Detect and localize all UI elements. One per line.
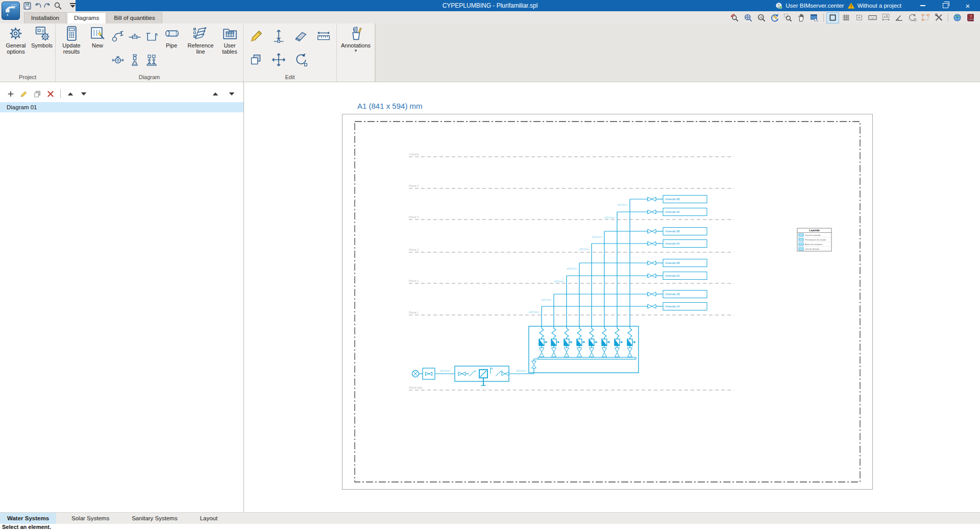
edit-element-button[interactable] (245, 25, 267, 48)
copy-button[interactable] (245, 48, 267, 71)
meter-battery-button[interactable] (143, 48, 160, 71)
general-options-button[interactable]: General options (2, 24, 30, 55)
tank-button[interactable] (143, 25, 160, 48)
annotations-button[interactable]: Annotations ▼ (338, 24, 373, 54)
update-results-button[interactable]: Update results (57, 24, 86, 55)
svg-text:Planta 3: Planta 3 (409, 248, 419, 251)
tri-down-icon[interactable] (78, 88, 89, 100)
main-area: Diagram 01 A1 (841 x 594) mm CubiertaPla… (0, 82, 980, 512)
diagram-list: Diagram 01 (0, 102, 243, 112)
svg-text:Planta 1: Planta 1 (409, 311, 419, 314)
tab-bill-of-quantities[interactable]: Bill of quantities (107, 12, 162, 23)
tri-up-icon[interactable] (210, 88, 221, 100)
svg-text:1.00: 1.00 (884, 15, 888, 17)
reference-line-icon (192, 25, 209, 42)
tri-down-icon[interactable] (226, 88, 237, 100)
svg-text:ø32.0mm: ø32.0mm (618, 204, 628, 206)
redo-icon[interactable] (43, 1, 53, 11)
previous-view-icon[interactable] (808, 12, 821, 23)
group-label-project: Project (2, 74, 54, 82)
delete-x-icon[interactable] (45, 88, 56, 100)
application-window: CYPEPLUMBING - Plurifamiliar.spl User BI… (0, 0, 980, 531)
svg-text:Llave de acometida: Llave de acometida (805, 234, 820, 236)
water-meter-button[interactable] (109, 48, 126, 71)
ribbon-group-project: General options Symbols Project (0, 23, 56, 82)
faucet-symbol-button[interactable] (109, 25, 126, 48)
app-logo-faucet-icon[interactable] (2, 2, 20, 20)
bimserver-user-button[interactable]: User BIMserver.center (775, 2, 844, 10)
selection-icon[interactable] (919, 12, 932, 23)
angle-icon[interactable] (893, 12, 905, 23)
svg-text:ø25.0mm: ø25.0mm (529, 311, 540, 313)
snap-icon[interactable] (853, 12, 866, 23)
rotate-button[interactable] (290, 48, 312, 71)
svg-text:Cubierta: Cubierta (409, 153, 419, 156)
pan-icon[interactable] (795, 12, 807, 23)
zoom-extents-icon[interactable] (742, 12, 754, 23)
svg-text:Batería de contadores: Batería de contadores (805, 244, 823, 246)
tab-installation[interactable]: Installation (24, 12, 66, 23)
drawing-canvas[interactable]: A1 (841 x 594) mm CubiertaPlanta 5Planta… (244, 82, 980, 512)
symbols-icon (33, 25, 51, 42)
zoom-scale-icon[interactable]: x2 (755, 12, 768, 23)
valve-fitting-button[interactable] (126, 25, 143, 48)
ribbon-tab-row: InstallationDiagramsBill of quantities x… (0, 11, 980, 23)
user-tables-button[interactable]: User tables (218, 24, 241, 55)
system-tabs: Water SystemsSolar SystemsSanitary Syste… (0, 512, 980, 524)
copy-squares-icon[interactable] (32, 88, 43, 100)
svg-text:Planta baja: Planta baja (409, 386, 422, 389)
dimension-icon[interactable]: 1.00 (879, 12, 892, 23)
grid-icon[interactable] (840, 12, 852, 23)
bottom-tab-sanitary-systems[interactable]: Sanitary Systems (125, 513, 184, 524)
pump-button[interactable] (126, 48, 143, 71)
update-results-label: Update results (58, 42, 85, 55)
ribbon: General options Symbols Project Update r… (0, 23, 980, 82)
project-status[interactable]: Without a project (847, 2, 901, 10)
move-vertical-button[interactable] (267, 25, 290, 48)
diagram-list-panel: Diagram 01 (0, 82, 244, 512)
floor-lines: CubiertaPlanta 5Planta 4Planta 3Planta 2… (409, 153, 734, 390)
new-diagram-icon (89, 25, 106, 42)
keyboard-icon[interactable] (866, 12, 879, 23)
add-icon[interactable] (5, 88, 16, 100)
status-bar: Select an element. (0, 524, 980, 531)
svg-text:ø32.0mm: ø32.0mm (605, 216, 615, 219)
bottom-tab-layout[interactable]: Layout (193, 513, 225, 524)
erase-button[interactable] (290, 25, 312, 48)
list-item[interactable]: Diagram 01 (0, 102, 243, 112)
service-connection (412, 368, 435, 379)
drawing-sheet[interactable]: CubiertaPlanta 5Planta 4Planta 3Planta 2… (342, 114, 873, 490)
diagram-symbol-buttons (109, 25, 160, 71)
tab-diagrams[interactable]: Diagrams (67, 12, 106, 23)
bottom-tab-water-systems[interactable]: Water Systems (0, 513, 56, 524)
meter-battery (509, 326, 639, 374)
symbols-button[interactable]: Symbols (30, 24, 54, 49)
zoom-previous-icon[interactable] (728, 12, 741, 23)
zoom-window-icon[interactable] (781, 12, 794, 23)
edit-pencil-icon[interactable] (18, 88, 30, 100)
annotations-label: Annotations (341, 42, 371, 49)
ribbon-empty-area (375, 23, 980, 82)
bottom-tab-solar-systems[interactable]: Solar Systems (64, 513, 116, 524)
reference-line-button[interactable]: Reference line (183, 24, 218, 55)
move-button[interactable] (267, 48, 290, 71)
close-button[interactable]: × (957, 0, 979, 11)
save-icon[interactable] (22, 1, 32, 11)
more-dropdown-icon[interactable] (68, 1, 78, 11)
help-book-icon[interactable]: ? (964, 12, 977, 23)
globe-icon[interactable] (951, 12, 964, 23)
minimize-button[interactable] (912, 0, 934, 11)
meter-preinstallation (435, 366, 509, 385)
redraw-icon[interactable] (768, 12, 781, 23)
ortho-icon[interactable] (826, 12, 839, 23)
restore-button[interactable] (934, 0, 957, 11)
undo-icon[interactable] (33, 1, 42, 11)
reference-line-label: Reference line (184, 42, 217, 55)
zoom-search-icon[interactable] (53, 1, 63, 11)
tri-up-icon[interactable] (65, 88, 76, 100)
pipe-button[interactable]: Pipe (160, 24, 183, 49)
tools-icon[interactable] (933, 12, 945, 23)
measure-button[interactable] (312, 25, 335, 48)
new-diagram-button[interactable]: New (86, 24, 109, 49)
rotation-icon[interactable] (906, 12, 919, 23)
